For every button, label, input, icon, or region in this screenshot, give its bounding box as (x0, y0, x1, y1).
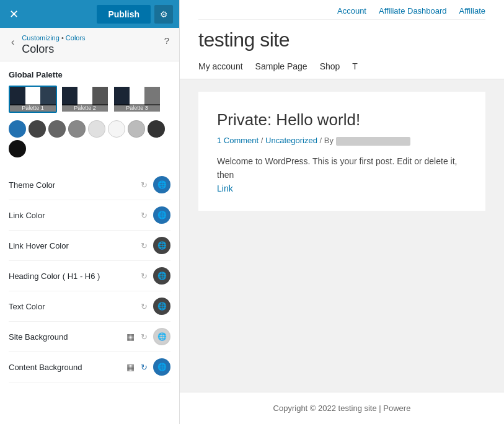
post-excerpt: Welcome to WordPress. This is your first… (217, 154, 467, 196)
nav-shop[interactable]: Shop (320, 61, 340, 71)
publish-area: Publish ⚙ (97, 5, 173, 24)
section-title: Colors (22, 43, 85, 56)
color-dots (9, 120, 170, 157)
breadcrumb-sep: • (60, 34, 66, 42)
text-color-row: Text Color ↻ 🌐 (9, 291, 170, 322)
color-dot-1[interactable] (29, 120, 46, 138)
content-background-row: Content Background ▦ ↻ 🌐 (9, 352, 170, 382)
color-dot-8[interactable] (9, 140, 26, 157)
heading-color-row: Heading Color ( H1 - H6 ) ↻ 🌐 (9, 261, 170, 291)
text-color-label: Text Color (9, 302, 45, 311)
post-link[interactable]: Link (217, 183, 233, 193)
post-sep1: / (259, 136, 265, 145)
customizer-panel: ✕ Publish ⚙ ‹ Customizing • Colors Color… (0, 0, 180, 424)
site-title-area: testing site (198, 20, 485, 56)
close-button[interactable]: ✕ (6, 6, 22, 23)
customizer-breadcrumb: ‹ Customizing • Colors Colors ? (0, 28, 179, 61)
post-comment-count[interactable]: 1 Comment (217, 136, 259, 145)
palette-2-label: Palette 2 (62, 104, 108, 112)
post-category[interactable]: Uncategorized (265, 136, 317, 145)
breadcrumb-root[interactable]: Customizing (22, 34, 60, 42)
site-header: Account Affiliate Dashboard Affiliate te… (180, 0, 504, 79)
footer-text: Copyright © 2022 testing site | Powere (273, 404, 411, 413)
palette-1[interactable]: Palette 1 (9, 86, 57, 113)
site-background-swatch[interactable]: 🌐 (153, 328, 170, 345)
nav-sample-page[interactable]: Sample Page (255, 61, 307, 71)
color-dot-2[interactable] (48, 120, 66, 138)
preview-area: Account Affiliate Dashboard Affiliate te… (180, 0, 504, 424)
theme-color-controls: ↻ 🌐 (138, 176, 170, 193)
affiliate-link[interactable]: Affiliate (459, 6, 485, 15)
site-header-top: Account Affiliate Dashboard Affiliate (198, 0, 485, 20)
text-color-reset[interactable]: ↻ (138, 301, 149, 312)
account-link[interactable]: Account (337, 6, 366, 15)
link-color-reset[interactable]: ↻ (138, 210, 149, 221)
link-color-swatch[interactable]: 🌐 (153, 206, 170, 224)
color-dot-7[interactable] (148, 120, 165, 138)
palette-3[interactable]: Palette 3 (113, 86, 161, 113)
link-color-row: Link Color ↻ 🌐 (9, 200, 170, 231)
content-background-swatch[interactable]: 🌐 (153, 358, 170, 376)
color-dot-3[interactable] (68, 120, 86, 138)
site-background-label: Site Background (9, 332, 68, 342)
site-footer: Copyright © 2022 testing site | Powere (180, 392, 504, 424)
text-color-swatch[interactable]: 🌐 (153, 298, 170, 315)
breadcrumb-section[interactable]: Colors (66, 34, 86, 42)
color-dot-5[interactable] (108, 120, 125, 138)
theme-color-reset[interactable]: ↻ (138, 179, 149, 190)
content-background-monitor-icon: ▦ (126, 362, 135, 372)
site-background-row: Site Background ▦ ↻ 🌐 (9, 322, 170, 352)
help-button[interactable]: ? (163, 34, 170, 47)
post-sep2: / By (317, 136, 336, 145)
gear-button[interactable]: ⚙ (154, 5, 173, 24)
color-dot-6[interactable] (128, 120, 145, 138)
heading-color-controls: ↻ 🌐 (138, 267, 170, 285)
palette-swatches: Palette 1 Palette 2 Palette 3 (9, 86, 170, 113)
content-background-label: Content Background (9, 363, 82, 372)
link-hover-color-reset[interactable]: ↻ (138, 240, 149, 251)
preview-content: Private: Hello world! 1 Comment / Uncate… (180, 79, 504, 392)
site-background-monitor-icon: ▦ (126, 332, 135, 342)
breadcrumb-path: Customizing • Colors (22, 34, 85, 42)
post-meta: 1 Comment / Uncategorized / By (217, 136, 467, 146)
link-hover-color-label: Link Hover Color (9, 241, 69, 250)
global-palette-label: Global Palette (9, 70, 170, 79)
heading-color-label: Heading Color ( H1 - H6 ) (9, 272, 100, 281)
link-hover-color-row: Link Hover Color ↻ 🌐 (9, 231, 170, 261)
post-card: Private: Hello world! 1 Comment / Uncate… (198, 92, 485, 211)
text-color-controls: ↻ 🌐 (138, 298, 170, 315)
site-nav: My account Sample Page Shop T (198, 56, 485, 79)
link-hover-color-swatch[interactable]: 🌐 (153, 237, 170, 254)
palette-2[interactable]: Palette 2 (61, 86, 109, 113)
heading-color-swatch[interactable]: 🌐 (153, 267, 170, 285)
affiliate-dashboard-link[interactable]: Affiliate Dashboard (379, 6, 447, 15)
site-background-controls: ▦ ↻ 🌐 (126, 328, 170, 345)
post-title: Private: Hello world! (217, 110, 467, 130)
color-dot-0[interactable] (9, 120, 26, 138)
site-background-reset[interactable]: ↻ (138, 331, 149, 342)
link-hover-color-controls: ↻ 🌐 (138, 237, 170, 254)
publish-button[interactable]: Publish (97, 5, 151, 24)
link-color-label: Link Color (9, 211, 45, 220)
link-color-controls: ↻ 🌐 (138, 206, 170, 224)
customizer-content: Global Palette Palette 1 Palette 2 (0, 61, 179, 424)
site-title: testing site (198, 29, 485, 51)
customizer-topbar: ✕ Publish ⚙ (0, 0, 179, 28)
theme-color-swatch[interactable]: 🌐 (153, 176, 170, 193)
theme-color-row: Theme Color ↻ 🌐 (9, 170, 170, 200)
breadcrumb-left: ‹ Customizing • Colors Colors (9, 34, 86, 56)
palette-1-label: Palette 1 (10, 104, 56, 112)
back-button[interactable]: ‹ (9, 35, 17, 49)
content-background-controls: ▦ ↻ 🌐 (126, 358, 170, 376)
content-background-reset[interactable]: ↻ (138, 361, 149, 373)
color-dot-4[interactable] (88, 120, 105, 138)
nav-my-account[interactable]: My account (198, 61, 243, 71)
post-author (336, 137, 410, 146)
heading-color-reset[interactable]: ↻ (138, 270, 149, 281)
breadcrumb-text: Customizing • Colors Colors (22, 34, 85, 56)
palette-3-label: Palette 3 (114, 104, 160, 112)
nav-t[interactable]: T (352, 61, 358, 71)
theme-color-label: Theme Color (9, 180, 55, 190)
